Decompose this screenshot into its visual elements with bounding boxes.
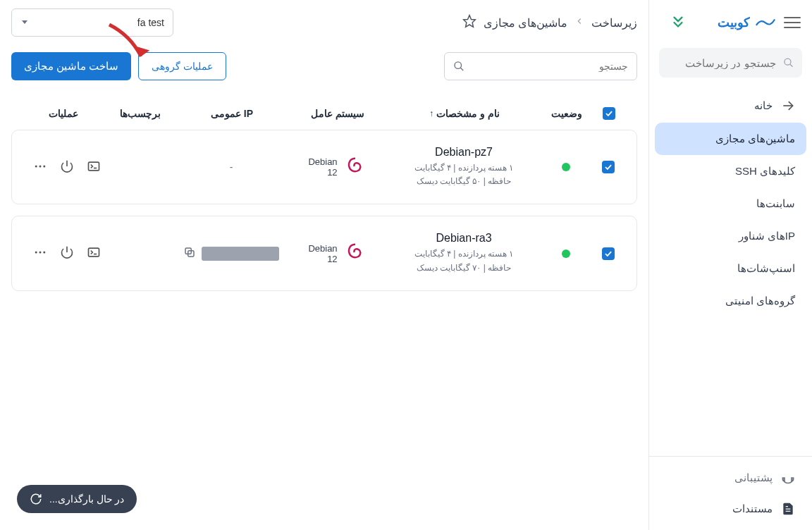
more-icon[interactable] — [33, 159, 47, 175]
console-icon[interactable] — [87, 245, 101, 261]
debian-icon — [345, 242, 366, 265]
brand-logo[interactable]: کوبیت — [718, 15, 775, 31]
copy-icon[interactable] — [183, 246, 196, 261]
main: زیرساخت ماشین‌های مجازی fa test عملیات گ… — [0, 0, 648, 530]
secondary-logo-icon — [668, 13, 688, 32]
svg-point-17 — [43, 252, 45, 254]
toast-text: در حال بارگذاری... — [49, 493, 124, 505]
nav-label: کلیدهای SSH — [735, 165, 795, 178]
row-checkbox[interactable] — [602, 161, 615, 173]
svg-marker-3 — [463, 16, 475, 27]
footer-label: مستندات — [732, 503, 773, 515]
create-vm-button[interactable]: ساخت ماشین مجازی — [11, 52, 131, 80]
footer-docs[interactable]: مستندات — [655, 493, 806, 524]
vm-search-input[interactable] — [470, 61, 628, 72]
header-os: سیستم عامل — [285, 108, 390, 119]
group-operations-button[interactable]: عملیات گروهی — [138, 52, 226, 80]
header-ip: IP عمومی — [179, 108, 285, 119]
sidebar-search[interactable] — [659, 48, 802, 78]
os-ver: 12 — [308, 254, 337, 264]
debian-icon — [345, 156, 366, 179]
table-row[interactable]: Debian-ra3 ۱ هسته پردازنده | ۴ گیگابایتح… — [11, 216, 637, 290]
breadcrumb-root[interactable]: زیرساخت — [591, 16, 637, 30]
svg-line-1 — [789, 64, 792, 67]
header-status: وضعیت — [539, 108, 595, 119]
sidebar-footer: پشتیبانی مستندات — [649, 456, 812, 530]
os-name: Debian — [308, 156, 337, 167]
doc-icon — [781, 502, 795, 516]
status-dot — [562, 163, 570, 171]
svg-rect-11 — [89, 162, 99, 171]
table-row[interactable]: Debian-pz7 ۱ هسته پردازنده | ۴ گیگابایتح… — [11, 130, 637, 204]
console-icon[interactable] — [87, 159, 101, 175]
sidebar-header: کوبیت — [649, 0, 812, 45]
menu-icon[interactable] — [784, 14, 801, 31]
nav-label: خانه — [754, 99, 773, 112]
ip-redacted — [202, 247, 279, 261]
svg-point-16 — [39, 252, 42, 254]
nav-label: IPهای شناور — [739, 230, 795, 242]
topbar: زیرساخت ماشین‌های مجازی fa test — [11, 0, 637, 45]
sidebar-search-input[interactable] — [668, 57, 776, 69]
header-tags: برچسب‌ها — [102, 108, 179, 119]
vm-name: Debian-ra3 — [414, 232, 514, 245]
svg-rect-19 — [89, 248, 99, 257]
vm-search[interactable] — [444, 52, 637, 80]
header-actions: عملیات — [25, 108, 102, 119]
search-icon — [783, 56, 794, 69]
svg-point-0 — [784, 58, 790, 65]
table-header: وضعیت نام و مشخصات ↑ سیستم عامل IP عمومی… — [11, 97, 637, 130]
footer-support[interactable]: پشتیبانی — [655, 462, 806, 493]
status-dot — [562, 249, 570, 258]
svg-point-9 — [43, 165, 45, 167]
project-selected: fa test — [137, 17, 164, 28]
nav-security-groups[interactable]: گروه‌های امنیتی — [655, 285, 806, 317]
loading-toast: در حال بارگذاری... — [17, 485, 137, 513]
nav-vms[interactable]: ماشین‌های مجازی — [655, 123, 806, 155]
svg-point-7 — [35, 165, 37, 167]
vm-name: Debian-pz7 — [414, 146, 514, 159]
search-icon — [453, 60, 465, 73]
header-name[interactable]: نام و مشخصات ↑ — [390, 108, 539, 119]
nav-home[interactable]: خانه — [655, 89, 806, 123]
more-icon[interactable] — [33, 245, 47, 261]
row-checkbox[interactable] — [602, 247, 615, 260]
power-icon[interactable] — [60, 245, 74, 261]
support-icon — [781, 471, 795, 485]
favorite-star-icon[interactable] — [462, 14, 476, 31]
svg-line-6 — [460, 68, 463, 70]
svg-point-5 — [455, 62, 461, 68]
caret-down-icon — [20, 17, 29, 28]
project-select[interactable]: fa test — [11, 8, 173, 37]
arrow-right-icon — [781, 99, 795, 113]
ip-value: - — [230, 161, 233, 173]
footer-label: پشتیبانی — [734, 472, 773, 484]
brand-name: کوبیت — [718, 15, 750, 30]
select-all-checkbox[interactable] — [603, 107, 615, 120]
nav-subnets[interactable]: سابنت‌ها — [655, 187, 806, 220]
power-icon[interactable] — [60, 159, 74, 175]
breadcrumb: زیرساخت ماشین‌های مجازی — [462, 14, 637, 31]
nav-label: گروه‌های امنیتی — [725, 295, 795, 307]
vm-spec: ۱ هسته پردازنده | ۴ گیگابایتحافظه | ۷۰ گ… — [414, 247, 514, 274]
toolbar: عملیات گروهی ساخت ماشین مجازی — [11, 52, 637, 80]
os-name: Debian — [308, 243, 337, 254]
refresh-icon — [30, 493, 42, 505]
sort-asc-icon: ↑ — [429, 109, 433, 118]
vm-spec: ۱ هسته پردازنده | ۴ گیگابایتحافظه | ۵۰ گ… — [414, 161, 514, 188]
os-ver: 12 — [308, 167, 337, 178]
breadcrumb-current: ماشین‌های مجازی — [484, 16, 567, 30]
nav-ssh-keys[interactable]: کلیدهای SSH — [655, 155, 806, 187]
nav-label: اسنپ‌شات‌ها — [737, 262, 795, 275]
svg-marker-4 — [22, 20, 27, 24]
chevron-left-icon — [574, 16, 584, 29]
sidebar: کوبیت خانه ماشین‌های مجازی کلیدهای SSH س… — [648, 0, 812, 530]
vm-table: وضعیت نام و مشخصات ↑ سیستم عامل IP عمومی… — [11, 97, 637, 291]
nav-floating-ips[interactable]: IPهای شناور — [655, 220, 806, 252]
nav-list: خانه ماشین‌های مجازی کلیدهای SSH سابنت‌ه… — [649, 86, 812, 320]
nav-snapshots[interactable]: اسنپ‌شات‌ها — [655, 252, 806, 285]
nav-label: ماشین‌های مجازی — [715, 132, 795, 145]
nav-label: سابنت‌ها — [756, 197, 795, 210]
logo-wave-icon — [756, 15, 775, 31]
svg-point-15 — [35, 252, 37, 254]
